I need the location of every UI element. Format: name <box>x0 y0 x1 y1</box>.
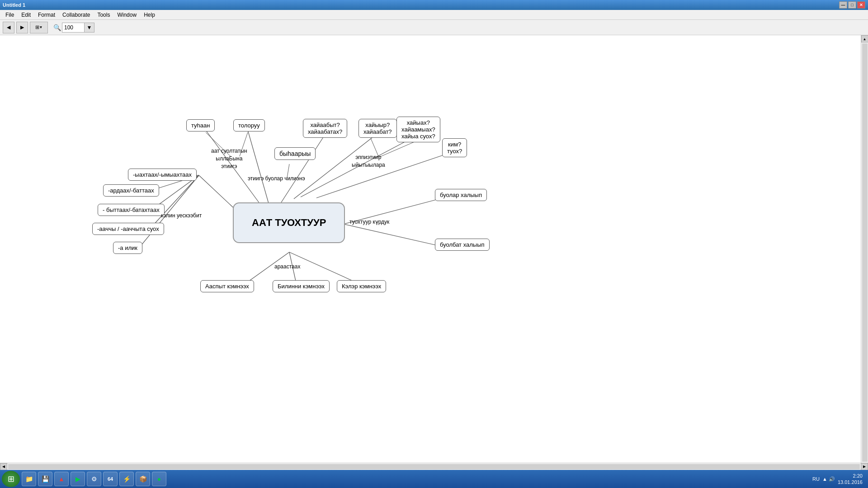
taskbar-app-pkg[interactable]: 📦 <box>136 472 150 486</box>
node-byttaakh[interactable]: - быттаах/-батахтаах <box>98 204 165 216</box>
title-label: Untitled 1 <box>3 2 25 8</box>
toolbar: ◀ ▶ ⊞ ▼ 🔍 ▼ <box>0 20 868 35</box>
start-button[interactable]: ⊞ <box>2 471 20 487</box>
svg-line-1 <box>248 130 269 205</box>
text-etii: этиигэ буолар чилиэнэ <box>248 175 305 182</box>
taskbar-tray: RU ▲ 🔊 2:20 13.01.2016 <box>809 473 866 486</box>
taskbar-app-red[interactable]: ▲ <box>54 472 69 486</box>
taskbar-app-settings[interactable]: ⚙ <box>87 472 101 486</box>
menubar: File Edit Format Collaborate Tools Windo… <box>0 10 868 20</box>
titlebar: Untitled 1 — □ ✕ <box>0 0 868 10</box>
menu-edit[interactable]: Edit <box>18 11 34 19</box>
node-ardaakh[interactable]: -ардаах/-баттаах <box>103 184 159 197</box>
text-araastaakh: араастаах <box>274 263 300 270</box>
node-yakhlaakh[interactable]: -ыахтаах/-ымыахтаах <box>128 169 197 181</box>
menu-file[interactable]: File <box>2 11 18 19</box>
zoom-icon: 🔍 <box>53 24 61 31</box>
scrollbar-bottom[interactable]: ◀ ▶ <box>0 463 868 470</box>
maximize-button[interactable]: □ <box>848 1 856 9</box>
node-bilinni[interactable]: Билинни кэмнээх <box>273 280 330 292</box>
node-toloruу[interactable]: толоруу <box>233 119 265 131</box>
node-buolbat[interactable]: буолбат халыып <box>435 239 490 251</box>
svg-line-11 <box>149 175 199 230</box>
menu-tools[interactable]: Tools <box>94 11 113 19</box>
center-node-label: АAТ ТУОХТУУР <box>252 217 326 228</box>
menu-format[interactable]: Format <box>34 11 59 19</box>
menu-window[interactable]: Window <box>113 11 140 19</box>
scroll-up-arrow[interactable]: ▲ <box>861 35 868 42</box>
scroll-left-arrow[interactable]: ◀ <box>0 463 7 470</box>
text-eppietiir: эппиэтиирыйытыылара <box>352 154 385 169</box>
menu-help[interactable]: Help <box>140 11 159 19</box>
zoom-input[interactable] <box>62 23 85 33</box>
tray-date: 13.01.2016 <box>838 479 863 485</box>
taskbar-app-64[interactable]: 64 <box>103 472 118 486</box>
center-node[interactable]: АAТ ТУОХТУУР <box>233 202 345 243</box>
node-hayyyakh[interactable]: хайыах?хайаамыах?хайыа суох? <box>396 117 440 142</box>
node-aachchy[interactable]: -ааччы / -ааччыта суох <box>92 223 164 235</box>
canvas-area[interactable]: быhаарыы АAТ ТУОХТУУР туhаан толоруу хай… <box>0 35 868 470</box>
text-tuokhtuур: туохтуур күрдук <box>349 219 389 225</box>
tray-clock: 2:20 <box>838 473 863 479</box>
forward-button[interactable]: ▶ <box>16 22 28 33</box>
taskbar-app-save[interactable]: 💾 <box>38 472 52 486</box>
taskbar-app-green[interactable]: ● <box>152 472 166 486</box>
tray-time: 2:20 13.01.2016 <box>838 473 863 486</box>
minimize-button[interactable]: — <box>839 1 847 9</box>
node-hayaabyit[interactable]: хайаабыт?хайаабатах? <box>303 119 347 138</box>
dropdown-arrow-icon: ▼ <box>39 25 43 29</box>
zoom-control: 🔍 ▼ <box>53 23 94 33</box>
close-button[interactable]: ✕ <box>857 1 865 9</box>
node-aaspyt[interactable]: Ааспыт кэмнээх <box>200 280 254 292</box>
scroll-thumb-right[interactable] <box>862 43 868 462</box>
taskbar-app-bolt[interactable]: ⚡ <box>119 472 134 486</box>
node-hayyyir[interactable]: хайыыр?хайаабат? <box>359 119 397 138</box>
zoom-dropdown[interactable]: ▼ <box>85 23 94 33</box>
view-icon: ⊞ <box>35 24 39 30</box>
taskbar-explorer[interactable]: 📁 <box>22 472 36 486</box>
taskbar: ⊞ 📁 💾 ▲ ▶ ⚙ 64 ⚡ 📦 ● RU ▲ 🔊 2:20 13.01.2… <box>0 470 868 488</box>
tray-lang: RU <box>812 476 820 482</box>
node-ailik[interactable]: -а илик <box>113 242 142 254</box>
scroll-thumb-bottom[interactable] <box>8 464 860 469</box>
text-kelin: кэлин уескээбит <box>161 212 202 219</box>
scrollbar-right[interactable]: ▲ ▼ <box>861 35 868 470</box>
tray-icons: ▲ 🔊 <box>822 476 835 482</box>
node-kim[interactable]: ким?туох? <box>442 138 467 157</box>
taskbar-app-play[interactable]: ▶ <box>71 472 85 486</box>
scroll-right-arrow[interactable]: ▶ <box>861 463 868 470</box>
svg-line-2 <box>281 134 326 202</box>
svg-line-14 <box>344 224 443 247</box>
node-tuhaan[interactable]: туhаан <box>186 119 215 131</box>
back-button[interactable]: ◀ <box>3 22 14 33</box>
menu-collaborate[interactable]: Collaborate <box>59 11 94 19</box>
node-byhaaryi[interactable]: быhаарыы <box>274 147 316 160</box>
text-aat: аат суолтатыныллаБынаэтиигэ <box>211 147 247 170</box>
view-button[interactable]: ⊞ ▼ <box>30 22 48 33</box>
node-buolar[interactable]: буолар халыып <box>435 189 487 201</box>
node-keler[interactable]: Кэлэр кэмнээх <box>337 280 386 292</box>
titlebar-controls: — □ ✕ <box>839 1 865 9</box>
